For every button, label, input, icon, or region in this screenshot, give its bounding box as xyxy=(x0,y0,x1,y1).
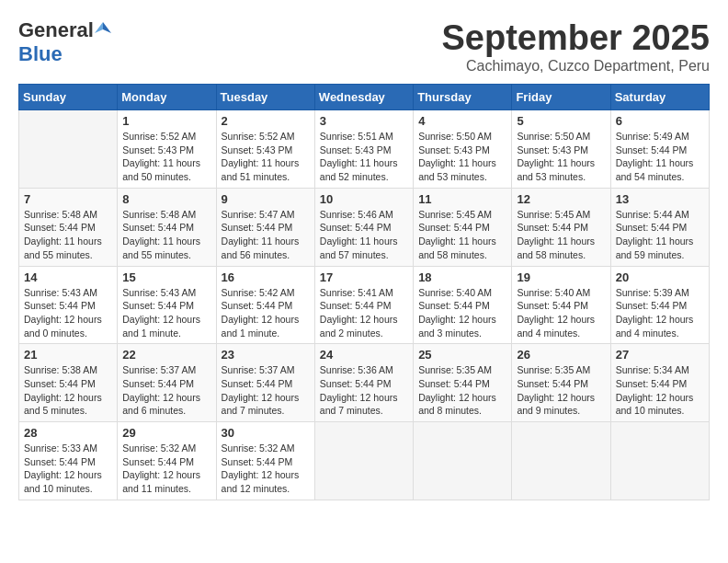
day-number: 4 xyxy=(418,114,506,128)
day-number: 9 xyxy=(222,192,310,206)
day-number: 21 xyxy=(24,348,112,362)
day-number: 2 xyxy=(222,114,310,128)
day-number: 7 xyxy=(24,192,112,206)
calendar-cell: 16Sunrise: 5:42 AM Sunset: 5:44 PM Dayli… xyxy=(216,266,314,344)
location-title: Cachimayo, Cuzco Department, Peru xyxy=(442,58,711,75)
svg-marker-1 xyxy=(95,22,103,33)
day-info: Sunrise: 5:49 AM Sunset: 5:44 PM Dayligh… xyxy=(616,130,704,184)
calendar-cell xyxy=(512,422,610,500)
calendar-cell: 28Sunrise: 5:33 AM Sunset: 5:44 PM Dayli… xyxy=(19,422,118,500)
logo-blue-text: Blue xyxy=(18,42,63,65)
day-number: 30 xyxy=(222,426,310,440)
day-info: Sunrise: 5:36 AM Sunset: 5:44 PM Dayligh… xyxy=(320,363,408,418)
calendar-cell: 21Sunrise: 5:38 AM Sunset: 5:44 PM Dayli… xyxy=(19,344,118,422)
calendar-week-row: 21Sunrise: 5:38 AM Sunset: 5:44 PM Dayli… xyxy=(19,344,710,422)
day-info: Sunrise: 5:32 AM Sunset: 5:44 PM Dayligh… xyxy=(122,442,210,496)
calendar-cell xyxy=(610,422,709,500)
calendar-day-header: Tuesday xyxy=(216,85,314,110)
day-number: 11 xyxy=(418,192,506,206)
calendar-day-header: Saturday xyxy=(610,85,709,110)
calendar-cell: 7Sunrise: 5:48 AM Sunset: 5:44 PM Daylig… xyxy=(19,188,118,266)
day-info: Sunrise: 5:39 AM Sunset: 5:44 PM Dayligh… xyxy=(616,286,704,340)
logo: General Blue xyxy=(18,18,111,66)
calendar-cell: 25Sunrise: 5:35 AM Sunset: 5:44 PM Dayli… xyxy=(414,344,512,422)
day-info: Sunrise: 5:45 AM Sunset: 5:44 PM Dayligh… xyxy=(517,208,605,262)
day-info: Sunrise: 5:52 AM Sunset: 5:43 PM Dayligh… xyxy=(122,130,210,184)
day-number: 28 xyxy=(24,426,112,440)
day-info: Sunrise: 5:51 AM Sunset: 5:43 PM Dayligh… xyxy=(320,130,408,184)
calendar-cell: 5Sunrise: 5:50 AM Sunset: 5:43 PM Daylig… xyxy=(512,110,610,189)
calendar-table: SundayMondayTuesdayWednesdayThursdayFrid… xyxy=(18,84,710,500)
calendar-cell: 3Sunrise: 5:51 AM Sunset: 5:43 PM Daylig… xyxy=(314,110,413,189)
day-info: Sunrise: 5:37 AM Sunset: 5:44 PM Dayligh… xyxy=(122,363,210,418)
month-title: September 2025 xyxy=(442,18,711,58)
calendar-cell: 14Sunrise: 5:43 AM Sunset: 5:44 PM Dayli… xyxy=(19,266,118,344)
day-number: 5 xyxy=(517,114,605,128)
calendar-cell: 4Sunrise: 5:50 AM Sunset: 5:43 PM Daylig… xyxy=(414,110,512,189)
calendar-cell: 10Sunrise: 5:46 AM Sunset: 5:44 PM Dayli… xyxy=(314,188,413,266)
day-number: 17 xyxy=(320,270,408,284)
calendar-cell: 9Sunrise: 5:47 AM Sunset: 5:44 PM Daylig… xyxy=(216,188,314,266)
day-number: 26 xyxy=(517,348,605,362)
calendar-cell: 23Sunrise: 5:37 AM Sunset: 5:44 PM Dayli… xyxy=(216,344,314,422)
calendar-day-header: Wednesday xyxy=(314,85,413,110)
day-number: 15 xyxy=(122,270,210,284)
calendar-week-row: 28Sunrise: 5:33 AM Sunset: 5:44 PM Dayli… xyxy=(19,422,710,500)
day-info: Sunrise: 5:44 AM Sunset: 5:44 PM Dayligh… xyxy=(616,208,704,262)
calendar-cell: 18Sunrise: 5:40 AM Sunset: 5:44 PM Dayli… xyxy=(414,266,512,344)
calendar-day-header: Thursday xyxy=(414,85,512,110)
day-number: 23 xyxy=(222,348,310,362)
day-info: Sunrise: 5:40 AM Sunset: 5:44 PM Dayligh… xyxy=(418,286,506,340)
calendar-day-header: Monday xyxy=(118,85,216,110)
calendar-day-header: Sunday xyxy=(19,85,118,110)
day-info: Sunrise: 5:40 AM Sunset: 5:44 PM Dayligh… xyxy=(517,286,605,340)
day-number: 10 xyxy=(320,192,408,206)
calendar-cell: 1Sunrise: 5:52 AM Sunset: 5:43 PM Daylig… xyxy=(118,110,216,189)
day-info: Sunrise: 5:47 AM Sunset: 5:44 PM Dayligh… xyxy=(222,208,310,262)
calendar-cell: 11Sunrise: 5:45 AM Sunset: 5:44 PM Dayli… xyxy=(414,188,512,266)
calendar-cell: 22Sunrise: 5:37 AM Sunset: 5:44 PM Dayli… xyxy=(118,344,216,422)
calendar-cell: 20Sunrise: 5:39 AM Sunset: 5:44 PM Dayli… xyxy=(610,266,709,344)
calendar-cell: 26Sunrise: 5:35 AM Sunset: 5:44 PM Dayli… xyxy=(512,344,610,422)
title-block: September 2025 Cachimayo, Cuzco Departme… xyxy=(442,18,711,75)
day-info: Sunrise: 5:33 AM Sunset: 5:44 PM Dayligh… xyxy=(24,442,112,496)
day-info: Sunrise: 5:37 AM Sunset: 5:44 PM Dayligh… xyxy=(222,363,310,418)
day-info: Sunrise: 5:45 AM Sunset: 5:44 PM Dayligh… xyxy=(418,208,506,262)
calendar-cell xyxy=(19,110,118,189)
day-number: 16 xyxy=(222,270,310,284)
calendar-cell: 12Sunrise: 5:45 AM Sunset: 5:44 PM Dayli… xyxy=(512,188,610,266)
calendar-cell xyxy=(314,422,413,500)
day-info: Sunrise: 5:50 AM Sunset: 5:43 PM Dayligh… xyxy=(517,130,605,184)
day-number: 29 xyxy=(122,426,210,440)
day-info: Sunrise: 5:42 AM Sunset: 5:44 PM Dayligh… xyxy=(222,286,310,340)
day-info: Sunrise: 5:32 AM Sunset: 5:44 PM Dayligh… xyxy=(222,442,310,496)
calendar-cell: 13Sunrise: 5:44 AM Sunset: 5:44 PM Dayli… xyxy=(610,188,709,266)
calendar-cell xyxy=(414,422,512,500)
day-info: Sunrise: 5:43 AM Sunset: 5:44 PM Dayligh… xyxy=(122,286,210,340)
calendar-cell: 2Sunrise: 5:52 AM Sunset: 5:43 PM Daylig… xyxy=(216,110,314,189)
logo-bird-icon xyxy=(95,20,111,37)
svg-marker-0 xyxy=(103,22,111,33)
calendar-cell: 8Sunrise: 5:48 AM Sunset: 5:44 PM Daylig… xyxy=(118,188,216,266)
day-info: Sunrise: 5:35 AM Sunset: 5:44 PM Dayligh… xyxy=(517,363,605,418)
day-number: 24 xyxy=(320,348,408,362)
day-info: Sunrise: 5:48 AM Sunset: 5:44 PM Dayligh… xyxy=(122,208,210,262)
day-number: 25 xyxy=(418,348,506,362)
logo-general-text: General xyxy=(18,18,94,42)
calendar-cell: 27Sunrise: 5:34 AM Sunset: 5:44 PM Dayli… xyxy=(610,344,709,422)
calendar-header-row: SundayMondayTuesdayWednesdayThursdayFrid… xyxy=(19,85,710,110)
day-number: 3 xyxy=(320,114,408,128)
day-number: 14 xyxy=(24,270,112,284)
day-info: Sunrise: 5:38 AM Sunset: 5:44 PM Dayligh… xyxy=(24,363,112,418)
calendar-day-header: Friday xyxy=(512,85,610,110)
day-info: Sunrise: 5:41 AM Sunset: 5:44 PM Dayligh… xyxy=(320,286,408,340)
day-number: 6 xyxy=(616,114,704,128)
day-number: 1 xyxy=(122,114,210,128)
calendar-week-row: 1Sunrise: 5:52 AM Sunset: 5:43 PM Daylig… xyxy=(19,110,710,189)
day-info: Sunrise: 5:46 AM Sunset: 5:44 PM Dayligh… xyxy=(320,208,408,262)
day-number: 27 xyxy=(616,348,704,362)
calendar-cell: 30Sunrise: 5:32 AM Sunset: 5:44 PM Dayli… xyxy=(216,422,314,500)
calendar-cell: 29Sunrise: 5:32 AM Sunset: 5:44 PM Dayli… xyxy=(118,422,216,500)
day-info: Sunrise: 5:34 AM Sunset: 5:44 PM Dayligh… xyxy=(616,363,704,418)
day-number: 13 xyxy=(616,192,704,206)
